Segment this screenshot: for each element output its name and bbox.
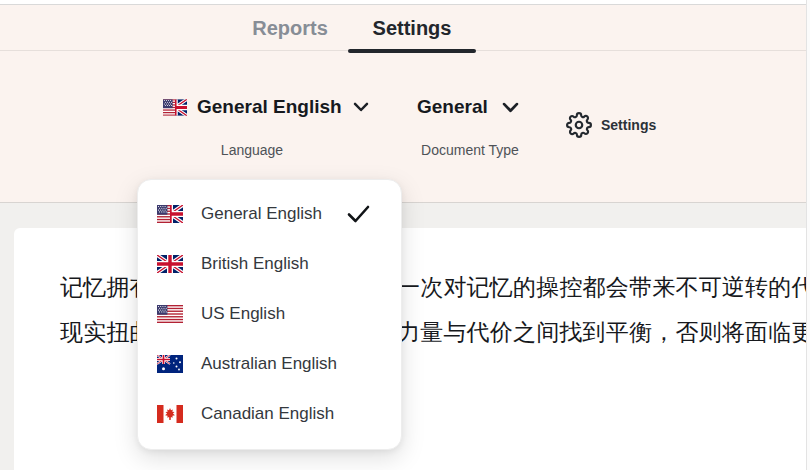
top-strip <box>0 0 810 5</box>
active-tab-underline <box>348 49 476 53</box>
settings-button[interactable]: Settings <box>566 112 656 138</box>
document-card <box>14 228 810 470</box>
language-dropdown-value: General English <box>197 96 342 118</box>
general-english-flag-icon <box>163 99 187 116</box>
menu-item-label: Canadian English <box>201 404 334 424</box>
document-type-label: Document Type <box>404 142 536 158</box>
settings-button-label: Settings <box>601 117 656 133</box>
menu-item-label: General English <box>201 204 322 224</box>
language-menu: General English British English <box>137 179 402 450</box>
document-text-line1-right: 一次对记忆的操控都会带来不可逆转的代 <box>397 273 810 301</box>
menu-item-us-english[interactable]: US English <box>138 289 401 339</box>
app-window: Reports Settings 记忆拥有 一次对记忆的操控都会带来不可逆转的代… <box>0 0 810 470</box>
menu-item-label: US English <box>201 304 285 324</box>
general-english-flag-icon <box>157 205 183 223</box>
document-text-line2-right: 力量与代价之间找到平衡，否则将面临更 <box>397 318 810 346</box>
canadian-flag-icon <box>157 405 183 423</box>
menu-item-australian-english[interactable]: Australian English <box>138 339 401 389</box>
tab-bar: Reports Settings <box>0 6 810 51</box>
tab-settings[interactable]: Settings <box>347 6 477 51</box>
australian-flag-icon <box>157 355 183 373</box>
gear-icon <box>566 112 592 138</box>
tab-reports[interactable]: Reports <box>235 6 345 51</box>
british-flag-icon <box>157 255 183 273</box>
document-type-dropdown-value: General <box>417 96 488 118</box>
language-label: Language <box>186 142 318 158</box>
menu-item-label: British English <box>201 254 309 274</box>
language-dropdown[interactable]: General English <box>163 96 369 118</box>
document-type-dropdown[interactable]: General <box>417 96 519 118</box>
menu-item-canadian-english[interactable]: Canadian English <box>138 389 401 439</box>
chevron-down-icon <box>502 102 519 113</box>
us-flag-icon <box>157 305 183 323</box>
menu-item-general-english[interactable]: General English <box>138 189 401 239</box>
scrollbar-track[interactable] <box>806 0 810 470</box>
menu-item-british-english[interactable]: British English <box>138 239 401 289</box>
check-icon <box>346 204 371 224</box>
chevron-down-icon <box>353 102 369 112</box>
menu-item-label: Australian English <box>201 354 337 374</box>
